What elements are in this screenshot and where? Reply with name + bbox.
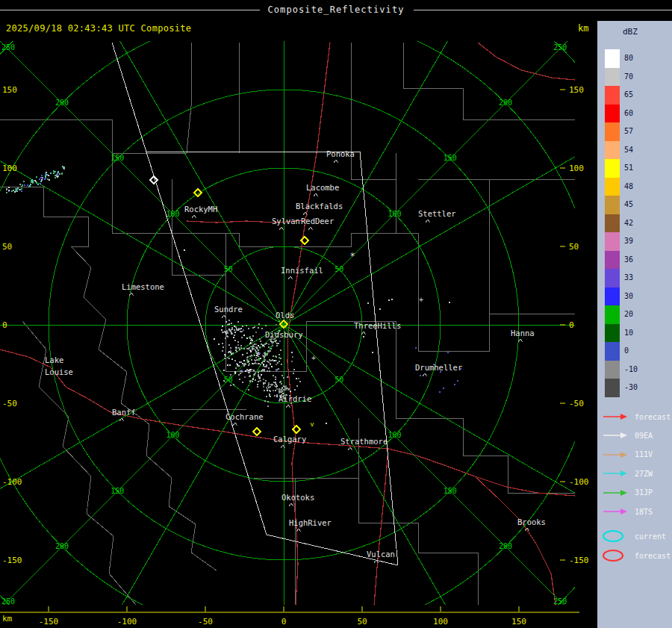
echo-pixel (45, 175, 46, 176)
colorbar-swatch (605, 379, 620, 397)
echo-pixel (258, 372, 259, 373)
echo-pixel (274, 385, 276, 387)
echo-pixel (257, 349, 258, 350)
echo-pixel (290, 391, 291, 392)
city-label: Drumheller (415, 363, 462, 372)
echo-pixel (36, 176, 37, 178)
city-caret-icon (296, 529, 301, 532)
echo-pixel (230, 350, 231, 352)
azimuth-spoke (45, 0, 284, 325)
echo-pixel (285, 385, 287, 387)
echo-pixel (279, 382, 281, 383)
echo-pixel (259, 346, 261, 348)
echo-pixel (223, 346, 224, 348)
echo-pixel (249, 337, 250, 338)
echo-pixel (240, 347, 242, 349)
echo-pixel (447, 352, 449, 353)
echo-pixel (41, 175, 43, 176)
county-boundary-line (403, 43, 575, 119)
echo-pixel (249, 376, 250, 377)
echo-pixel (238, 328, 240, 329)
echo-pixel (276, 360, 277, 361)
radar-site-diamond-marker (253, 428, 261, 435)
precip-echoes (6, 166, 461, 406)
dot-marker (326, 423, 327, 424)
echo-pixel (235, 347, 237, 349)
left-axis-label: -150 (2, 556, 22, 565)
echo-pixel (254, 359, 255, 361)
echo-pixel (239, 361, 240, 363)
echo-pixel (372, 352, 373, 353)
echo-pixel (55, 171, 56, 172)
city-label: Stettler (418, 209, 456, 218)
colorbar-value-label: -10 (624, 366, 638, 373)
echo-pixel (228, 352, 229, 353)
echo-pixel (249, 372, 250, 373)
range-ring-label: 50 (335, 265, 343, 273)
echo-pixel (291, 352, 293, 353)
echo-pixel (258, 370, 260, 372)
echo-pixel (230, 347, 231, 349)
echo-pixel (242, 354, 243, 355)
range-ring-label: 50 (335, 376, 343, 384)
range-ring-label: 100 (388, 210, 401, 218)
city-caret-icon (308, 227, 313, 230)
echo-pixel (228, 358, 230, 359)
colorbar-value-label: 48 (624, 183, 633, 190)
echo-pixel (269, 370, 270, 372)
bottom-axis-label: -100 (117, 617, 137, 627)
ellipse-icon (602, 529, 629, 543)
echo-pixel (240, 373, 241, 374)
colorbar-value-label: 0 (624, 347, 629, 355)
echo-pixel (249, 363, 250, 364)
city-label: Brooks (517, 517, 546, 526)
colorbar-value-label: 10 (624, 329, 633, 337)
echo-pixel (240, 328, 242, 329)
echo-pixel (270, 386, 271, 388)
right-axis-label: -50 (569, 399, 584, 408)
echo-pixel (252, 363, 253, 364)
echo-pixel (255, 357, 257, 358)
echo-pixel (258, 377, 260, 379)
echo-pixel (252, 379, 254, 380)
colorbar-value-label: 80 (624, 55, 633, 62)
echo-pixel (241, 337, 243, 338)
ellipse-icon (602, 549, 629, 562)
city-caret-icon (334, 160, 338, 163)
legend-sidebar: dBZ 807065605754514845423936333020100-10… (597, 21, 672, 628)
highway-line (475, 476, 556, 605)
echo-pixel (263, 382, 264, 384)
range-ring-label: 100 (166, 431, 179, 439)
echo-pixel (240, 345, 242, 346)
legend-item-label: 27ZW (635, 470, 653, 478)
echo-pixel (276, 340, 277, 341)
range-ring-label: 150 (111, 487, 124, 495)
radar-map-canvas[interactable]: 5050505010010010010015015015015020020020… (0, 0, 672, 628)
reflectivity-colorbar: 807065605754514845423936333020100-10-30 (597, 49, 672, 400)
echo-pixel (255, 363, 257, 364)
echo-pixel (252, 327, 254, 329)
echo-pixel (274, 395, 276, 397)
legend-arrow-row: forecast (602, 409, 671, 424)
echo-pixel (257, 384, 258, 385)
echo-pixel (228, 330, 230, 332)
echo-pixel (30, 184, 31, 185)
azimuth-spoke (0, 325, 284, 564)
city-caret-icon (518, 339, 523, 342)
city-label: Limestone (122, 282, 164, 291)
echo-pixel (227, 332, 228, 334)
echo-pixel (253, 363, 255, 364)
echo-pixel (258, 355, 259, 357)
echo-pixel (256, 359, 258, 361)
echo-pixel (234, 371, 236, 373)
colorbar-swatch (605, 159, 620, 178)
legend-item-label: 31JP (635, 488, 653, 497)
city-caret-icon (279, 227, 284, 230)
echo-pixel (252, 381, 253, 382)
echo-pixel (240, 370, 241, 372)
echo-pixel (276, 364, 277, 365)
echo-pixel (238, 374, 240, 376)
legend-ellipse-row: forecast (602, 548, 671, 563)
echo-pixel (283, 389, 284, 391)
echo-pixel (276, 394, 278, 396)
